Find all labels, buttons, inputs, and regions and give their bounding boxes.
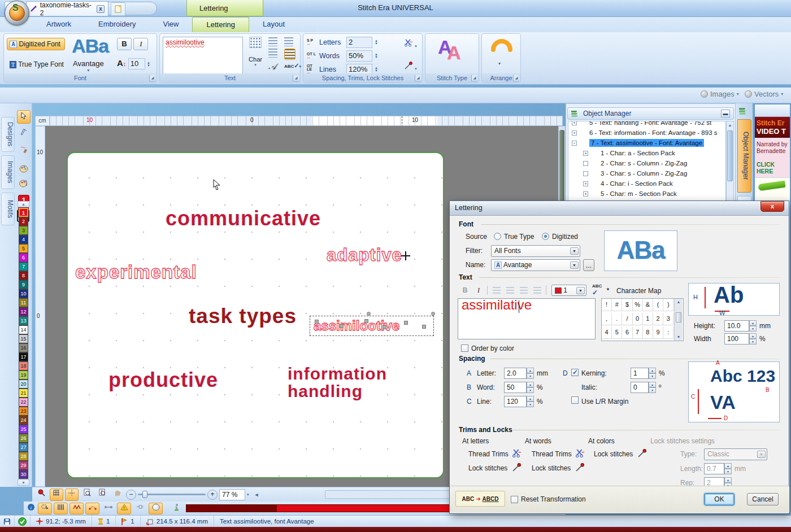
spacing-row-input[interactable]: 2 xyxy=(346,37,372,48)
colors-lock-stitches-label[interactable]: Lock stitches xyxy=(594,450,633,458)
palette-swatch[interactable]: 13 xyxy=(19,316,28,325)
zoom-page-icon[interactable] xyxy=(80,489,94,501)
tree-expander-icon[interactable]: + xyxy=(572,121,577,125)
align-left-icon[interactable] xyxy=(268,37,277,46)
palette-swatch[interactable]: 15 xyxy=(19,334,28,343)
lock-stitch-icon[interactable]: ▾ xyxy=(404,61,417,72)
pan-hand-icon[interactable] xyxy=(111,489,124,501)
palette-swatch[interactable]: 21 xyxy=(19,389,28,398)
dialog-align-left-icon[interactable] xyxy=(490,286,503,297)
palette-swatch[interactable]: 28 xyxy=(19,452,28,461)
charmap-cell[interactable]: 1 xyxy=(643,313,653,325)
selection-handle[interactable] xyxy=(422,325,426,329)
italic-angle-spinner[interactable]: ▲▼ xyxy=(649,382,656,393)
align-right-icon[interactable] xyxy=(284,37,293,46)
tree-expander-icon[interactable]: + xyxy=(572,130,577,136)
palette-swatch[interactable]: 16 xyxy=(19,343,28,352)
palette-swatch[interactable]: 1 xyxy=(19,208,28,217)
ribbon-tab[interactable]: Layout xyxy=(249,17,298,32)
stitches-view-icon[interactable] xyxy=(54,503,68,514)
italic-button[interactable]: I xyxy=(133,38,148,50)
spacing-row-spinner[interactable]: ▲▼ xyxy=(375,67,378,72)
letters-lock-stitches-label[interactable]: Lock stitches xyxy=(468,464,507,472)
font-name-select[interactable]: A Avantage▼ xyxy=(491,259,580,271)
palette-swatch[interactable]: 9 xyxy=(19,280,28,289)
digitized-font-button[interactable]: A Digitized Font xyxy=(7,38,65,50)
palette-scroll-down[interactable]: ▼ xyxy=(18,479,29,486)
step-move-icon[interactable] xyxy=(133,503,147,514)
text-color-select[interactable]: 1▼ xyxy=(551,285,586,296)
letters-lock-stitches-icon[interactable] xyxy=(512,463,521,472)
font-size-spinner[interactable]: ▲▼ xyxy=(147,62,150,67)
truetype-radio[interactable] xyxy=(494,233,501,240)
object-tree-row[interactable]: + 1 - Char: a - Section Pack xyxy=(568,148,725,158)
palette-swatch[interactable]: 5 xyxy=(19,244,28,253)
tree-expander-icon[interactable]: + xyxy=(583,191,588,197)
words-thread-trims-label[interactable]: Thread Trims xyxy=(532,450,572,458)
letter-spacing-spinner[interactable]: ▲▼ xyxy=(527,368,534,379)
grid-toggle-icon[interactable] xyxy=(50,489,63,501)
font-browse-button[interactable]: ... xyxy=(583,259,594,271)
charmap-cell[interactable]: 2 xyxy=(653,313,663,325)
palette-swatch[interactable]: 8 xyxy=(19,271,28,280)
object-tree-row[interactable]: − 7 - Text: assimilootive - Font: Avanta… xyxy=(568,138,725,148)
dialog-title-bar[interactable]: Lettering xyxy=(450,201,789,216)
selection-handle[interactable] xyxy=(404,321,408,325)
kerning-input[interactable]: 1 xyxy=(631,368,649,379)
charmap-cell[interactable]: & xyxy=(643,299,653,311)
palette-order-tool-button[interactable]: 13 xyxy=(17,179,31,193)
vectors-visibility-toggle[interactable]: Vectors ▾ xyxy=(745,90,783,98)
spellcheck-dropdown-arrow[interactable]: ▼ xyxy=(606,287,610,292)
character-map-grid[interactable]: !#$%&(),./0123456789: ▲ ▼ xyxy=(601,298,684,341)
words-lock-stitches-icon[interactable] xyxy=(575,463,585,472)
spacing-dialog-launcher-icon[interactable]: ◢ xyxy=(415,75,421,81)
selection-corner-handle[interactable] xyxy=(431,312,435,316)
tree-expander-icon[interactable] xyxy=(583,171,588,176)
tab-object-manager[interactable]: Object Manager xyxy=(737,119,751,193)
select-tool-button[interactable] xyxy=(17,110,31,124)
charmap-cell[interactable]: $ xyxy=(622,299,632,311)
zoom-slider[interactable] xyxy=(138,494,206,495)
reset-transformation-label[interactable]: Reset Transformation xyxy=(521,495,586,503)
status-ok-icon[interactable] xyxy=(15,516,31,527)
new-document-tab[interactable] xyxy=(111,2,125,16)
arrange-dropdown-arrow[interactable]: ▾ xyxy=(498,61,501,66)
video-banner[interactable]: Stitch Er VIDEO T xyxy=(755,117,790,138)
letter-spacing-input[interactable]: 2.0 xyxy=(504,368,527,379)
palette-swatch[interactable]: 26 xyxy=(19,434,28,443)
title-bar-app-tab[interactable]: Lettering xyxy=(186,0,263,16)
images-visibility-toggle[interactable]: Images ▾ xyxy=(701,90,739,98)
words-thread-trims-icon[interactable] xyxy=(575,448,585,458)
stitch-brush-tool-button[interactable] xyxy=(17,145,31,159)
charmap-cell[interactable]: # xyxy=(612,299,622,311)
object-tree-row[interactable]: 2 - Char: s - Column - Zig-Zag xyxy=(568,158,725,168)
embroidery-text-object[interactable]: communicative xyxy=(166,208,321,229)
dialog-bold-button[interactable]: B xyxy=(459,285,471,296)
palette-swatch[interactable]: 19 xyxy=(19,370,28,380)
words-lock-stitches-label[interactable]: Lock stitches xyxy=(532,464,571,472)
order-by-color-label[interactable]: Order by color xyxy=(471,345,514,352)
arrange-arc-icon[interactable] xyxy=(491,38,512,54)
spacing-row-spinner[interactable]: ▲▼ xyxy=(375,40,378,45)
charmap-cell[interactable]: 5 xyxy=(612,326,622,339)
embroidery-text-object[interactable]: experimental xyxy=(75,263,197,282)
ribbon-tab[interactable]: Artwork xyxy=(33,17,85,32)
stitch-type-icon[interactable]: A A xyxy=(438,35,467,64)
lettering-text-input[interactable] xyxy=(163,37,243,74)
digitized-radio[interactable] xyxy=(542,233,549,240)
stitch-dialog-launcher-icon[interactable]: ◢ xyxy=(471,75,477,81)
lr-margin-label[interactable]: Use L/R Margin xyxy=(581,398,628,405)
document-tab-active[interactable]: taxonomie-tasks-2 x xyxy=(26,1,108,16)
tree-expander-icon[interactable]: + xyxy=(583,181,588,186)
embroidery-text-object[interactable]: task types xyxy=(189,306,297,327)
word-spacing-spinner[interactable]: ▲▼ xyxy=(527,382,534,393)
selection-rotate-handle[interactable] xyxy=(367,312,371,316)
font-name-dropdown[interactable]: Avantage ▾ xyxy=(73,59,104,73)
simulator-icon[interactable] xyxy=(170,503,184,514)
charmap-cell[interactable]: 9 xyxy=(653,326,663,339)
kerning-spinner[interactable]: ▲▼ xyxy=(649,368,656,379)
palette-swatch[interactable]: 7 xyxy=(19,262,28,271)
align-center-icon[interactable] xyxy=(268,49,277,58)
zoom-selection-icon[interactable] xyxy=(95,489,109,501)
connectors-icon[interactable] xyxy=(101,503,115,514)
